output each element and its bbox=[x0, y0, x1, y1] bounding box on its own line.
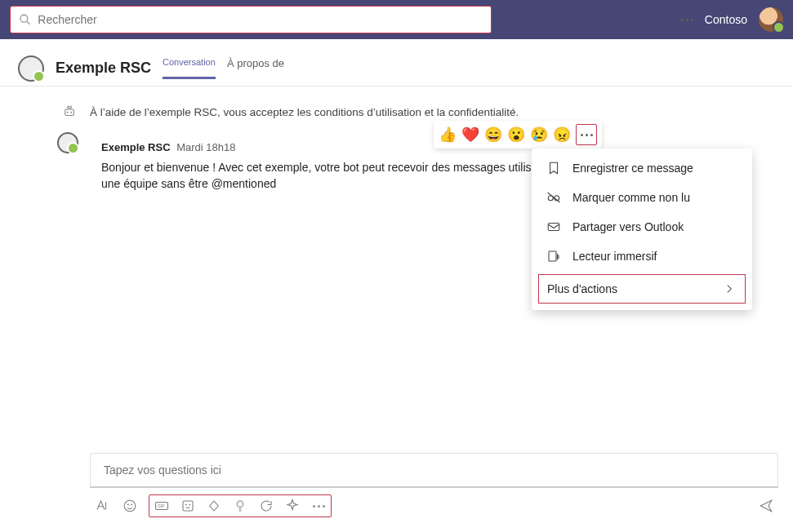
menu-save-message[interactable]: Enregistrer ce message bbox=[532, 153, 752, 183]
svg-rect-5 bbox=[68, 106, 72, 108]
reaction-heart[interactable]: ❤️ bbox=[461, 126, 479, 144]
reaction-more-button[interactable] bbox=[576, 124, 597, 145]
format-icon bbox=[95, 499, 109, 513]
compose-toolbar: GIF bbox=[90, 488, 778, 524]
search-input[interactable] bbox=[38, 13, 483, 26]
svg-point-0 bbox=[20, 15, 28, 22]
send-button[interactable] bbox=[757, 497, 775, 515]
compose-input[interactable] bbox=[90, 453, 778, 488]
reaction-surprised[interactable]: 😮 bbox=[507, 126, 525, 144]
gif-icon: GIF bbox=[154, 499, 169, 513]
extension-button-4[interactable] bbox=[283, 497, 301, 515]
reaction-sad[interactable]: 😢 bbox=[530, 126, 548, 144]
svg-line-8 bbox=[548, 193, 560, 202]
svg-point-18 bbox=[189, 504, 190, 505]
emoji-icon bbox=[123, 499, 137, 513]
svg-point-11 bbox=[124, 500, 136, 512]
extension-button-1[interactable] bbox=[205, 497, 223, 515]
menu-save-label: Enregistrer ce message bbox=[572, 162, 693, 175]
svg-point-17 bbox=[185, 504, 186, 505]
more-icon[interactable] bbox=[681, 19, 693, 21]
tab-conversation[interactable]: Conversation bbox=[163, 57, 216, 79]
reaction-laugh[interactable]: 😄 bbox=[484, 126, 502, 144]
bot-avatar bbox=[18, 55, 44, 82]
svg-rect-9 bbox=[548, 224, 559, 231]
extension-button-3[interactable] bbox=[257, 497, 275, 515]
menu-mark-unread[interactable]: Marquer comme non lu bbox=[532, 183, 752, 212]
composer: GIF bbox=[90, 453, 778, 524]
message-sender: Exemple RSC bbox=[101, 141, 171, 153]
mail-icon bbox=[546, 219, 561, 234]
reaction-bar: 👍 ❤️ 😄 😮 😢 😠 bbox=[434, 121, 602, 149]
menu-outlook-label: Partager vers Outlook bbox=[572, 220, 684, 233]
org-name: Contoso bbox=[705, 13, 747, 26]
top-bar: Contoso bbox=[0, 0, 793, 39]
reader-icon bbox=[546, 249, 561, 264]
more-icon bbox=[581, 134, 593, 136]
svg-point-19 bbox=[237, 501, 243, 508]
message-context-menu: Enregistrer ce message Marquer comme non… bbox=[532, 149, 752, 310]
more-icon bbox=[313, 505, 325, 508]
app-icon bbox=[207, 499, 221, 513]
gif-button[interactable]: GIF bbox=[153, 497, 171, 515]
bot-icon bbox=[62, 104, 77, 119]
extension-button-2[interactable] bbox=[231, 497, 249, 515]
menu-unread-label: Marquer comme non lu bbox=[572, 191, 690, 204]
chevron-right-icon bbox=[722, 282, 737, 296]
format-button[interactable] bbox=[93, 497, 111, 515]
svg-point-4 bbox=[70, 112, 72, 113]
refresh-icon bbox=[259, 499, 274, 513]
glasses-icon bbox=[546, 190, 561, 205]
bookmark-icon bbox=[546, 161, 561, 175]
search-field[interactable] bbox=[10, 6, 492, 33]
extensions-group: GIF bbox=[149, 494, 332, 517]
terms-notice: À l’aide de l’exemple RSC, vous acceptez… bbox=[0, 101, 793, 132]
svg-rect-16 bbox=[183, 501, 193, 511]
sticker-icon bbox=[180, 499, 195, 513]
svg-line-1 bbox=[27, 21, 30, 24]
menu-reader-label: Lecteur immersif bbox=[572, 250, 657, 263]
tab-about[interactable]: À propos de bbox=[227, 57, 284, 79]
reaction-angry[interactable]: 😠 bbox=[553, 126, 571, 144]
message-timestamp: Mardi 18h18 bbox=[176, 141, 235, 153]
reaction-like[interactable]: 👍 bbox=[439, 126, 457, 144]
search-icon bbox=[19, 13, 31, 26]
menu-immersive-reader[interactable]: Lecteur immersif bbox=[532, 242, 752, 271]
svg-point-3 bbox=[67, 112, 69, 113]
chat-title: Exemple RSC bbox=[56, 60, 151, 77]
sticker-button[interactable] bbox=[179, 497, 197, 515]
svg-text:GIF: GIF bbox=[158, 503, 165, 508]
terms-text: À l’aide de l’exemple RSC, vous acceptez… bbox=[90, 106, 519, 118]
svg-rect-2 bbox=[65, 109, 74, 116]
chat-header: Exemple RSC Conversation À propos de bbox=[0, 39, 793, 86]
user-avatar[interactable] bbox=[759, 7, 783, 32]
send-icon bbox=[759, 499, 773, 513]
menu-share-outlook[interactable]: Partager vers Outlook bbox=[532, 212, 752, 242]
svg-rect-10 bbox=[549, 251, 556, 261]
menu-more-label: Plus d'actions bbox=[547, 282, 617, 295]
menu-more-actions[interactable]: Plus d'actions bbox=[538, 274, 746, 304]
bulb-icon bbox=[233, 499, 247, 513]
message-body: Bonjour et bienvenue ! Avec cet exemple,… bbox=[101, 159, 601, 193]
svg-point-13 bbox=[131, 504, 132, 505]
message-avatar bbox=[57, 132, 78, 153]
svg-point-12 bbox=[127, 504, 128, 505]
emoji-button[interactable] bbox=[121, 497, 139, 515]
more-extensions-button[interactable] bbox=[310, 497, 327, 515]
sparkle-icon bbox=[285, 499, 300, 513]
